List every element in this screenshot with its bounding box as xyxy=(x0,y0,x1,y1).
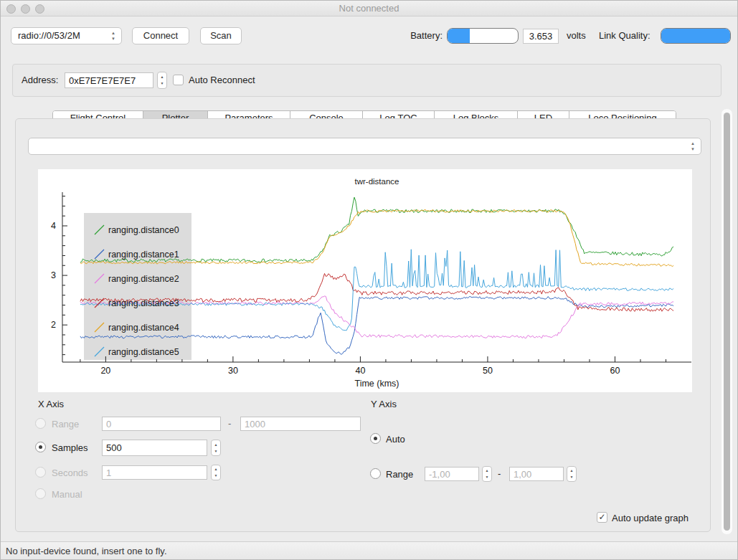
legend-line-sample xyxy=(93,296,107,310)
x-range-separator: - xyxy=(228,418,231,429)
scan-button[interactable]: Scan xyxy=(200,27,242,44)
x-seconds-radio xyxy=(35,467,46,478)
stepper-down-icon: ▼ xyxy=(483,474,491,480)
stepper-up-icon[interactable]: ▲ xyxy=(212,442,220,448)
status-message: No input-device found, insert one to fly… xyxy=(6,546,167,556)
x-range-label: Range xyxy=(52,419,79,430)
address-stepper[interactable]: ▲▼ xyxy=(157,72,167,89)
x-samples-label: Samples xyxy=(52,442,88,453)
x-manual-radio xyxy=(35,488,46,499)
y-range-max-input xyxy=(509,467,564,481)
chevron-updown-icon: ▲▼ xyxy=(110,30,117,42)
legend-label: ranging.distance4 xyxy=(108,323,179,333)
chevron-updown-icon: ▲▼ xyxy=(689,141,696,152)
stepper-up-icon: ▲ xyxy=(483,468,491,474)
x-seconds-input xyxy=(102,465,207,480)
y-auto-radio[interactable] xyxy=(370,433,381,444)
svg-text:40: 40 xyxy=(355,366,365,376)
legend-line-sample xyxy=(93,223,107,237)
address-panel: Address: ▲▼ Auto Reconnect xyxy=(12,64,722,97)
legend-label: ranging.distance3 xyxy=(108,298,179,308)
volts-label: volts xyxy=(567,30,586,41)
legend-entry: ranging.distance2 xyxy=(93,267,191,291)
y-axis-title: Y Axis xyxy=(371,399,397,409)
legend-line-sample xyxy=(93,247,107,262)
window-title: Not connected xyxy=(1,3,737,14)
battery-voltage: 3.653 xyxy=(523,29,559,44)
x-seconds-stepper: ▲▼ xyxy=(211,465,221,480)
legend-entry: ranging.distance0 xyxy=(93,218,191,242)
y-range-max-stepper: ▲▼ xyxy=(567,466,577,482)
svg-text:Time (kms): Time (kms) xyxy=(354,379,399,389)
y-range-min-input xyxy=(425,467,479,481)
legend-line-sample xyxy=(93,345,107,359)
auto-reconnect-checkbox[interactable] xyxy=(173,75,184,85)
app-window: Not connected radio://0/53/2M ▲▼ Connect… xyxy=(0,0,738,560)
plotter-pane: ▲▼ twr-distanceTime (kms)2342030405060 r… xyxy=(15,118,711,532)
chart-legend: ranging.distance0 ranging.distance1 rang… xyxy=(84,213,191,360)
y-range-label: Range xyxy=(386,469,413,480)
legend-label: ranging.distance1 xyxy=(108,250,179,260)
battery-progress-fill xyxy=(448,29,470,43)
titlebar: Not connected xyxy=(1,1,737,16)
legend-entry: ranging.distance3 xyxy=(93,291,191,315)
svg-text:30: 30 xyxy=(228,366,238,376)
link-quality-label: Link Quality: xyxy=(599,30,651,41)
battery-progressbar xyxy=(447,28,519,44)
auto-update-graph-checkbox[interactable]: ✓ xyxy=(597,512,607,523)
stepper-down-icon[interactable]: ▼ xyxy=(158,80,166,87)
stepper-down-icon: ▼ xyxy=(212,473,220,479)
svg-text:2: 2 xyxy=(51,320,56,330)
log-config-select[interactable]: ▲▼ xyxy=(28,138,701,155)
interface-select[interactable]: radio://0/53/2M ▲▼ xyxy=(11,27,122,44)
connect-button[interactable]: Connect xyxy=(132,27,189,44)
auto-update-graph-label: Auto update graph xyxy=(612,513,689,523)
stepper-down-icon: ▼ xyxy=(567,474,576,480)
plot-area: twr-distanceTime (kms)2342030405060 rang… xyxy=(38,169,692,392)
svg-text:60: 60 xyxy=(610,366,620,376)
connection-toolbar: radio://0/53/2M ▲▼ Connect Scan Battery:… xyxy=(1,17,737,57)
legend-entry: ranging.distance5 xyxy=(93,340,191,364)
address-label: Address: xyxy=(22,75,58,85)
x-axis-title: X Axis xyxy=(38,399,64,409)
stepper-down-icon[interactable]: ▼ xyxy=(212,448,220,455)
stepper-up-icon[interactable]: ▲ xyxy=(158,74,166,80)
x-range-from-input xyxy=(102,417,221,431)
y-auto-label: Auto xyxy=(386,434,405,445)
auto-reconnect-label: Auto Reconnect xyxy=(189,75,255,85)
x-range-radio xyxy=(35,418,46,429)
y-range-radio[interactable] xyxy=(370,468,381,479)
link-quality-progress-fill xyxy=(661,29,730,43)
link-quality-progressbar xyxy=(661,28,731,44)
legend-label: ranging.distance5 xyxy=(108,347,179,357)
svg-text:20: 20 xyxy=(100,366,110,376)
battery-label: Battery: xyxy=(388,30,443,41)
x-seconds-label: Seconds xyxy=(52,468,88,478)
address-input[interactable] xyxy=(65,72,153,88)
svg-text:50: 50 xyxy=(483,366,493,376)
status-bar: No input-device found, insert one to fly… xyxy=(1,541,737,560)
x-range-to-input xyxy=(240,417,361,431)
legend-entry: ranging.distance1 xyxy=(93,242,191,267)
x-samples-stepper[interactable]: ▲▼ xyxy=(211,440,221,456)
legend-line-sample xyxy=(93,321,107,335)
y-range-separator: - xyxy=(498,468,501,479)
x-samples-radio[interactable] xyxy=(35,442,46,452)
stepper-up-icon: ▲ xyxy=(212,466,220,473)
legend-label: ranging.distance2 xyxy=(108,274,179,284)
x-samples-input[interactable] xyxy=(102,440,207,456)
legend-entry: ranging.distance4 xyxy=(93,315,191,340)
svg-text:4: 4 xyxy=(51,221,56,231)
svg-text:twr-distance: twr-distance xyxy=(355,177,399,186)
svg-text:3: 3 xyxy=(51,270,56,280)
x-manual-label: Manual xyxy=(52,489,82,500)
legend-line-sample xyxy=(93,272,107,286)
vertical-scrollbar[interactable] xyxy=(721,108,733,535)
legend-label: ranging.distance0 xyxy=(108,225,179,235)
stepper-up-icon: ▲ xyxy=(567,468,576,474)
scrollbar-thumb[interactable] xyxy=(724,113,730,531)
interface-select-value: radio://0/53/2M xyxy=(18,30,80,41)
y-range-min-stepper: ▲▼ xyxy=(482,466,492,482)
